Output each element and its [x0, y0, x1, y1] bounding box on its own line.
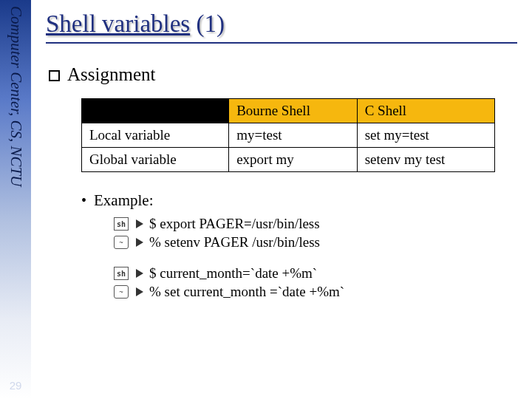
sh-icon: sh — [114, 217, 129, 231]
example-command: % set current_month =`date +%m` — [149, 284, 344, 300]
example-group-2: sh $ current_month=`date +%m` ~ % set cu… — [46, 265, 517, 300]
example-command: $ export PAGER=/usr/bin/less — [149, 216, 320, 232]
col-bourne-header: Bourne Shell — [229, 99, 357, 123]
example-row-sh: sh $ current_month=`date +%m` — [114, 265, 517, 282]
row-label: Local variable — [82, 123, 229, 148]
title-suffix: (1) — [196, 10, 224, 37]
example-command: $ current_month=`date +%m` — [149, 265, 317, 282]
slide-content: Shell variables (1) Assignment Bourne Sh… — [46, 10, 517, 315]
slide-title: Shell variables (1) — [46, 10, 517, 38]
shell-variable-table: Bourne Shell C Shell Local variable my=t… — [81, 98, 495, 172]
csh-icon: ~ — [114, 285, 129, 299]
col-csh-header: C Shell — [357, 99, 494, 123]
title-main: Shell variables — [46, 10, 190, 37]
csh-icon: ~ — [114, 236, 129, 249]
hollow-square-bullet-icon — [49, 70, 60, 81]
example-row-csh: ~ % set current_month =`date +%m` — [114, 284, 517, 300]
table-row: Global variable export my setenv my test — [82, 148, 495, 172]
bullet-dot-icon: • — [81, 192, 86, 208]
example-heading: •Example: — [81, 191, 517, 210]
triangle-bullet-icon — [136, 287, 143, 296]
sidebar-org-label: Computer Center, CS, NCTU — [7, 0, 25, 186]
sh-icon: sh — [114, 267, 129, 280]
table-header-row: Bourne Shell C Shell — [82, 99, 495, 123]
page-number: 29 — [0, 379, 31, 392]
sidebar: Computer Center, CS, NCTU 29 — [0, 0, 31, 399]
table-row: Local variable my=test set my=test — [82, 123, 495, 148]
triangle-bullet-icon — [136, 219, 143, 228]
cell-bourne: export my — [229, 148, 357, 172]
example-command: % setenv PAGER /usr/bin/less — [149, 234, 320, 250]
cell-csh: set my=test — [357, 123, 494, 148]
triangle-bullet-icon — [136, 238, 143, 247]
triangle-bullet-icon — [136, 269, 143, 278]
row-label: Global variable — [82, 148, 229, 172]
example-row-sh: sh $ export PAGER=/usr/bin/less — [114, 216, 517, 232]
title-divider — [46, 42, 517, 44]
example-group-1: sh $ export PAGER=/usr/bin/less ~ % sete… — [46, 216, 517, 250]
table-corner-cell — [82, 99, 229, 123]
section-heading-text: Assignment — [67, 64, 155, 84]
example-row-csh: ~ % setenv PAGER /usr/bin/less — [114, 234, 517, 250]
section-assignment: Assignment — [46, 64, 517, 85]
cell-bourne: my=test — [229, 123, 357, 148]
cell-csh: setenv my test — [357, 148, 494, 172]
example-label: Example: — [94, 191, 153, 209]
